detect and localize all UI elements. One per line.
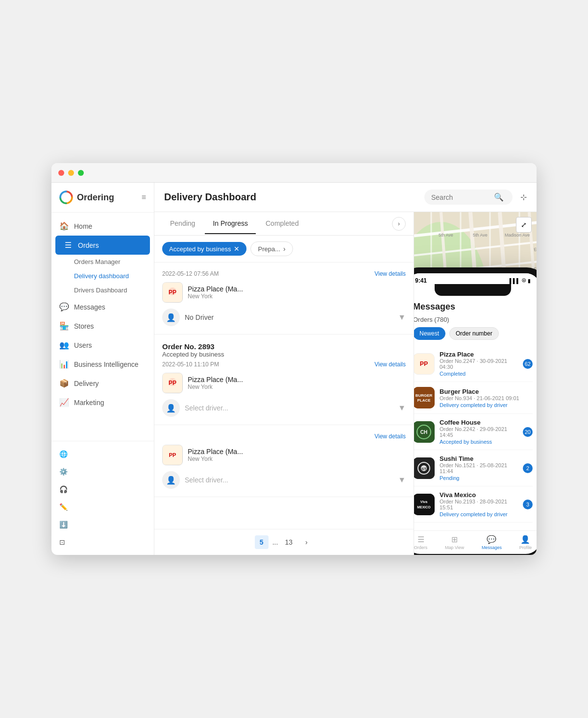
order-3-driver-name: Select driver... — [185, 476, 228, 484]
sidebar-item-home[interactable]: 🏠 Home — [51, 216, 154, 236]
page-title: Delivery Dashboard — [164, 191, 416, 203]
nav-items: 🏠 Home ☰ Orders Orders Manager Delivery … — [51, 213, 154, 441]
sidebar-edit-item[interactable]: ✏️ — [51, 498, 154, 516]
phone-nav-map-label: Map View — [445, 545, 464, 550]
sidebar-bottom: 🌐 ⚙️ 🎧 ✏️ ⬇️ ⊡ — [51, 441, 154, 555]
content-area: Pending In Progress Completed › Accepted… — [154, 212, 537, 555]
phone-sushi-status: Pending — [440, 475, 518, 481]
signal-icon: ▌▌▌ — [510, 278, 520, 284]
phone-nav-messages[interactable]: 💬 Messages — [482, 535, 502, 550]
page-5[interactable]: 5 — [255, 535, 269, 549]
phone-order-info-coffee: Coffee House Order No.2242 · 29-09-2021 … — [440, 419, 518, 445]
tab-completed[interactable]: Completed — [258, 214, 307, 234]
phone-messages-title: Messages — [414, 296, 533, 316]
phone-nav-map-view[interactable]: ⊞ Map View — [445, 535, 464, 550]
order-3-logo: PP — [162, 445, 183, 465]
headset-icon: 🎧 — [59, 485, 68, 493]
chip-accepted-by-business[interactable]: Accepted by business ✕ — [162, 242, 246, 256]
phone-filter-row: Newest Order number — [414, 327, 533, 340]
sidebar-settings-item[interactable]: ⚙️ — [51, 463, 154, 480]
phone-screen: 9:41 ▌▌▌ ⦾ ▮ Messages — [414, 273, 537, 554]
order-2-driver-row: 👤 Select driver... ▼ — [162, 399, 406, 417]
order-1-info: Pizza Place (Ma... New York — [188, 285, 243, 300]
order-1-date: 2022-05-12 07:56 AM — [162, 270, 219, 277]
phone-sushi-badge: 2 — [523, 463, 533, 473]
sidebar-item-business-intelligence[interactable]: 📊 Business Intelligence — [51, 355, 154, 374]
sidebar-download-item[interactable]: ⬇️ — [51, 516, 154, 533]
topbar: Delivery Dashboard 🔍 ⊹ — [154, 183, 537, 212]
tab-in-progress[interactable]: In Progress — [205, 214, 256, 234]
order-1-location: New York — [188, 293, 243, 300]
phone-filter-newest[interactable]: Newest — [414, 327, 445, 340]
order-2-date-row: 2022-05-10 11:10 PM View details — [162, 361, 406, 368]
phone-nav-orders[interactable]: ☰ Orders — [414, 535, 427, 550]
orders-list: 2022-05-12 07:56 AM View details PP — [154, 263, 414, 529]
phone-order-sushi-time[interactable]: ST Sushi Time Order No.1521 · 25-08-2021… — [414, 450, 533, 486]
order-2-driver-icon: 👤 — [162, 399, 180, 417]
sidebar-sub-delivery-dashboard[interactable]: Delivery dashboard — [51, 269, 154, 283]
svg-text:MEXICO: MEXICO — [417, 505, 431, 509]
phone-order-logo-pizza: PP — [414, 353, 435, 375]
bi-icon: 📊 — [59, 359, 69, 369]
sidebar-layout-item[interactable]: ⊡ — [51, 533, 154, 551]
layout-icon: ⊡ — [59, 538, 65, 546]
phone-nav-profile-icon: 👤 — [520, 535, 530, 544]
order-1-driver-row: 👤 No Driver ▼ — [162, 309, 406, 326]
sidebar-item-users[interactable]: 👥 Users — [51, 335, 154, 355]
phone-order-info-burger: Burger Place Order No.934 · 21-06-2021 0… — [440, 388, 533, 408]
menu-toggle-icon[interactable]: ≡ — [142, 193, 146, 202]
sidebar-sub-drivers-dashboard[interactable]: Drivers Dashboard — [51, 283, 154, 297]
phone-sushi-num: Order No.1521 · 25-08-2021 11:44 — [440, 462, 518, 474]
phone-order-viva-mexico[interactable]: Viva MEXICO Viva Mexico Order No.2193 · … — [414, 486, 533, 523]
close-dot[interactable] — [58, 170, 64, 176]
filter-icon[interactable]: ⊹ — [520, 192, 527, 202]
sidebar: Ordering ≡ 🏠 Home ☰ Orders Orders Manage… — [51, 183, 154, 555]
order-1-driver-arrow[interactable]: ▼ — [398, 313, 406, 322]
phone-viva-badge: 3 — [523, 500, 533, 509]
sidebar-item-delivery[interactable]: 📦 Delivery — [51, 374, 154, 393]
tab-next-arrow[interactable]: › — [392, 217, 406, 231]
sidebar-headset-item[interactable]: 🎧 — [51, 480, 154, 498]
orders-sub-nav: Orders Manager Delivery dashboard Driver… — [51, 255, 154, 297]
phone-time: 9:41 — [415, 277, 427, 284]
order-3-driver-row: 👤 Select driver... ▼ — [162, 471, 406, 489]
phone-nav-orders-label: Orders — [414, 545, 427, 550]
page-13[interactable]: 13 — [282, 535, 295, 549]
sidebar-item-orders[interactable]: ☰ Orders — [55, 236, 150, 255]
sidebar-item-marketing[interactable]: 📈 Marketing — [51, 393, 154, 412]
page-ellipsis: ... — [272, 538, 278, 546]
phone-order-pizza-place[interactable]: PP Pizza Place Order No.2247 · 30-09-202… — [414, 346, 533, 382]
sidebar-item-stores[interactable]: 🏪 Stores — [51, 316, 154, 335]
page-next-arrow[interactable]: › — [299, 535, 313, 549]
fullscreen-button[interactable]: ⤢ — [516, 217, 532, 233]
order-1-view-details[interactable]: View details — [374, 270, 406, 277]
main-content: Delivery Dashboard 🔍 ⊹ Pending In Progre… — [154, 183, 537, 555]
phone-coffee-badge: 20 — [523, 427, 533, 437]
wifi-icon: ⦾ — [522, 278, 526, 284]
order-2-view-details[interactable]: View details — [374, 361, 406, 368]
tab-pending[interactable]: Pending — [162, 214, 203, 234]
sidebar-sub-orders-manager[interactable]: Orders Manager — [51, 255, 154, 269]
phone-order-coffee-house[interactable]: CH Coffee House Order No.2242 · 29-09-20… — [414, 414, 533, 450]
svg-point-3 — [169, 287, 176, 295]
sidebar-item-users-label: Users — [74, 341, 92, 349]
order-3-driver-arrow[interactable]: ▼ — [398, 476, 406, 484]
order-3-view-details[interactable]: View details — [374, 433, 406, 440]
sidebar-globe-item[interactable]: 🌐 — [51, 445, 154, 463]
chip-close-icon[interactable]: ✕ — [234, 245, 240, 253]
phone-nav-profile[interactable]: 👤 Profile — [519, 535, 532, 550]
phone-statusbar: 9:41 ▌▌▌ ⦾ ▮ — [414, 273, 537, 284]
phone-filter-order-number[interactable]: Order number — [449, 327, 499, 340]
minimize-dot[interactable] — [68, 170, 74, 176]
maximize-dot[interactable] — [78, 170, 84, 176]
phone-notch — [435, 284, 511, 296]
search-input[interactable] — [431, 193, 490, 201]
phone-order-burger-place[interactable]: BURGER PLACE Burger Place Order No.934 ·… — [414, 382, 533, 414]
chip-prepa[interactable]: Prepa... › — [250, 241, 293, 256]
chip-prepa-label: Prepa... — [258, 245, 280, 253]
sidebar-item-messages[interactable]: 💬 Messages — [51, 297, 154, 316]
order-1-name: Pizza Place (Ma... — [188, 285, 243, 293]
phone-order-logo-burger: BURGER PLACE — [414, 387, 435, 408]
order-2-driver-arrow[interactable]: ▼ — [398, 404, 406, 412]
order-1-logo: PP — [162, 282, 183, 303]
